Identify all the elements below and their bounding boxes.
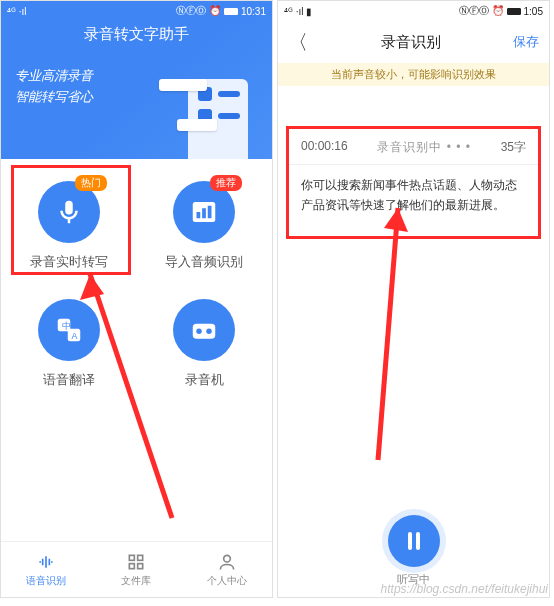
transcription-panel: 00:00:16 录音识别中 • • • 35字 你可以搜索新闻事件热点话题、人… bbox=[286, 126, 541, 239]
user-icon bbox=[217, 552, 237, 572]
svg-point-10 bbox=[207, 329, 213, 335]
feature-label: 录音实时转写 bbox=[30, 253, 108, 271]
nav-file-library[interactable]: 文件库 bbox=[91, 542, 181, 597]
feature-realtime-transcribe[interactable]: 热门 录音实时转写 bbox=[1, 169, 137, 287]
feature-label: 语音翻译 bbox=[43, 371, 95, 389]
svg-rect-14 bbox=[138, 563, 143, 568]
status-bar: ⁴ᴳ ·ıl ⓃⒻⓄ ⏰ 10:31 bbox=[1, 1, 272, 21]
nav-label: 语音识别 bbox=[26, 574, 66, 588]
recognition-status: 录音识别中 • • • bbox=[377, 139, 471, 156]
app-title: 录音转文字助手 bbox=[1, 25, 272, 44]
translate-icon: 中A bbox=[38, 299, 100, 361]
phone-left-home: ⁴ᴳ ·ıl ⓃⒻⓄ ⏰ 10:31 录音转文字助手 专业高清录音 智能转写省心 bbox=[0, 0, 273, 598]
svg-rect-8 bbox=[193, 324, 216, 339]
svg-rect-2 bbox=[202, 208, 206, 218]
status-right: ⓃⒻⓄ ⏰ 1:05 bbox=[459, 4, 543, 18]
grid-icon bbox=[126, 552, 146, 572]
transcription-text: 你可以搜索新闻事件热点话题、人物动态产品资讯等快速了解他们的最新进展。 bbox=[289, 165, 538, 226]
back-button[interactable]: 〈 bbox=[288, 29, 308, 56]
warning-banner: 当前声音较小，可能影响识别效果 bbox=[278, 63, 549, 86]
phone-right-recording: ⁴ᴳ ·ıl ▮ ⓃⒻⓄ ⏰ 1:05 〈 录音识别 保存 当前声音较小，可能影… bbox=[277, 0, 550, 598]
nav-label: 个人中心 bbox=[207, 574, 247, 588]
recording-state-label: 听写中 bbox=[278, 572, 549, 587]
feature-grid: 热门 录音实时转写 推荐 导入音频识别 中A 语音翻译 bbox=[1, 159, 272, 405]
feature-label: 录音机 bbox=[185, 371, 224, 389]
pause-button[interactable] bbox=[388, 515, 440, 567]
pause-icon bbox=[408, 532, 420, 550]
waveform-icon bbox=[36, 552, 56, 572]
hero-banner: ⁴ᴳ ·ıl ⓃⒻⓄ ⏰ 10:31 录音转文字助手 专业高清录音 智能转写省心 bbox=[1, 1, 272, 159]
save-button[interactable]: 保存 bbox=[513, 33, 539, 51]
top-bar: 〈 录音识别 保存 bbox=[278, 21, 549, 63]
char-count: 35字 bbox=[501, 139, 526, 156]
status-icons: ⓃⒻⓄ ⏰ bbox=[459, 4, 504, 18]
badge-hot: 热门 bbox=[75, 175, 107, 191]
feature-import-audio[interactable]: 推荐 导入音频识别 bbox=[137, 169, 273, 287]
svg-rect-12 bbox=[138, 555, 143, 560]
transcription-header: 00:00:16 录音识别中 • • • 35字 bbox=[289, 129, 538, 165]
hero-illustration bbox=[163, 71, 258, 159]
status-icons: ⓃⒻⓄ ⏰ bbox=[176, 4, 221, 18]
feature-label: 导入音频识别 bbox=[165, 253, 243, 271]
page-title: 录音识别 bbox=[381, 33, 441, 52]
svg-rect-1 bbox=[197, 212, 201, 218]
svg-rect-3 bbox=[208, 206, 212, 219]
signal-icons: ⁴ᴳ ·ıl bbox=[7, 6, 27, 17]
svg-text:A: A bbox=[71, 331, 77, 341]
status-time: 10:31 bbox=[241, 6, 266, 17]
nav-profile[interactable]: 个人中心 bbox=[182, 542, 272, 597]
status-right: ⓃⒻⓄ ⏰ 10:31 bbox=[176, 4, 266, 18]
svg-rect-13 bbox=[130, 563, 135, 568]
feature-voice-translate[interactable]: 中A 语音翻译 bbox=[1, 287, 137, 405]
nav-label: 文件库 bbox=[121, 574, 151, 588]
feature-recorder[interactable]: 录音机 bbox=[137, 287, 273, 405]
recorder-icon bbox=[173, 299, 235, 361]
svg-point-9 bbox=[197, 329, 203, 335]
battery-icon bbox=[507, 8, 521, 15]
nav-voice-recognition[interactable]: 语音识别 bbox=[1, 542, 91, 597]
status-bar: ⁴ᴳ ·ıl ▮ ⓃⒻⓄ ⏰ 1:05 bbox=[278, 1, 549, 21]
svg-point-15 bbox=[223, 555, 230, 562]
elapsed-time: 00:00:16 bbox=[301, 139, 348, 156]
battery-icon bbox=[224, 8, 238, 15]
signal-icons: ⁴ᴳ ·ıl ▮ bbox=[284, 6, 312, 17]
status-time: 1:05 bbox=[524, 6, 543, 17]
badge-recommend: 推荐 bbox=[210, 175, 242, 191]
bottom-nav: 语音识别 文件库 个人中心 bbox=[1, 541, 272, 597]
svg-rect-11 bbox=[130, 555, 135, 560]
